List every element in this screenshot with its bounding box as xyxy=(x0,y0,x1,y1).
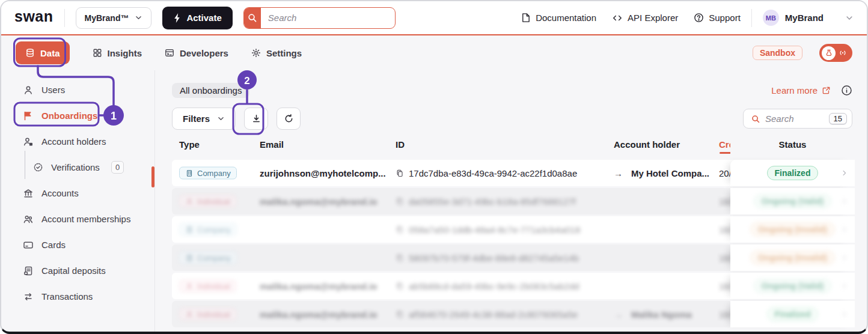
chevron-right-icon[interactable] xyxy=(840,225,849,234)
type-label: Individual xyxy=(197,310,230,319)
transfer-arrows-icon xyxy=(23,291,34,302)
id-value: 58097b70-579f-4dbe-88e8-d82745a5e14b xyxy=(409,253,579,263)
support-link[interactable]: Support xyxy=(694,13,741,23)
activate-button[interactable]: Activate xyxy=(162,7,232,29)
chevron-right-icon[interactable] xyxy=(840,197,849,205)
chevron-right-icon[interactable] xyxy=(840,254,849,262)
sidebar-account-holders-label: Account holders xyxy=(41,136,106,147)
sidebar-item-cards[interactable]: Cards xyxy=(1,232,154,258)
type-label: Company xyxy=(197,225,231,234)
pinned-cell-content: Ongoing (Valid) xyxy=(730,273,855,299)
email-cell: malika.ngoma@mybrand.io xyxy=(260,196,377,207)
section-nav: Data Insights Developers Settings Sandbo… xyxy=(1,35,867,70)
copy-icon[interactable] xyxy=(396,169,404,177)
table-row[interactable]: Company58097b70-579f-4dbe-88e8-d82745a5e… xyxy=(172,244,852,271)
copy-icon[interactable] xyxy=(396,310,404,318)
nav-item-data[interactable]: Data xyxy=(16,41,70,64)
live-signal-icon xyxy=(838,48,848,58)
chevron-down-icon xyxy=(217,115,225,123)
type-cell: Company xyxy=(179,252,237,264)
table-row[interactable]: Individualmalika.ngoma@mybrand.ioaf58467… xyxy=(172,301,852,327)
chevron-down-icon[interactable] xyxy=(845,14,854,22)
col-header-created-sorted[interactable]: Created xyxy=(719,139,730,150)
table-row[interactable]: Individualmalika.ngoma@mybrand.ioab5b88c… xyxy=(172,273,852,299)
account-menu[interactable]: MB MyBrand xyxy=(763,10,854,26)
app-window: swan MyBrand™ Activate xyxy=(0,0,868,334)
pinned-status-cell: Ongoing (Valid) xyxy=(730,273,855,299)
document-icon xyxy=(521,13,531,23)
col-header-account-holder[interactable]: Account holder xyxy=(614,139,680,150)
documentation-link[interactable]: Documentation xyxy=(521,13,596,23)
info-icon[interactable] xyxy=(841,85,852,96)
id-cell: 58097b70-579f-4dbe-88e8-d82745a5e14b xyxy=(396,253,579,263)
gear-icon xyxy=(251,48,261,58)
user-briefcase-icon xyxy=(23,136,34,147)
col-header-status[interactable]: Status xyxy=(730,139,855,150)
sidebar-item-onboardings[interactable]: Onboardings xyxy=(1,103,154,129)
account-holder-name: Malika Ngoma xyxy=(631,309,692,320)
company-icon xyxy=(185,254,194,262)
sidebar: Users Onboardings Account holders Verifi… xyxy=(1,70,155,334)
api-explorer-link[interactable]: API Explorer xyxy=(612,13,678,23)
nav-item-insights[interactable]: Insights xyxy=(85,41,150,64)
type-chip: Company xyxy=(179,223,237,236)
copy-icon[interactable] xyxy=(396,254,404,262)
environment-toggle[interactable] xyxy=(819,44,852,62)
nav-item-developers[interactable]: Developers xyxy=(157,41,236,64)
scope-chip-all-onboardings[interactable]: All onboardings xyxy=(172,83,249,98)
sidebar-item-transactions[interactable]: Transactions xyxy=(1,284,154,309)
nav-item-settings[interactable]: Settings xyxy=(244,41,309,64)
status-badge: Finalized xyxy=(767,307,819,321)
copy-icon[interactable] xyxy=(396,197,404,205)
pinned-cell-content: Finalized xyxy=(730,301,855,327)
learn-more-link[interactable]: Learn more xyxy=(771,85,831,96)
table-row[interactable]: Companyzurijohnson@myhotelcomp...17dc7db… xyxy=(172,160,852,186)
company-icon xyxy=(185,225,194,234)
seal-check-icon xyxy=(33,162,43,172)
export-download-button[interactable] xyxy=(244,108,268,130)
terminal-window-icon xyxy=(165,48,174,58)
copy-icon[interactable] xyxy=(396,282,404,290)
top-links: Documentation API Explorer Support xyxy=(521,13,741,23)
sidebar-item-account-memberships[interactable]: Account memberships xyxy=(1,206,154,232)
table-row[interactable]: Individualmalika.ngoma@mybrand.ioda05855… xyxy=(172,188,852,214)
table-row[interactable]: Company058a7a50-1ddb-48a4-8c7e-771a3cb4a… xyxy=(172,216,852,243)
sidebar-item-accounts[interactable]: Accounts xyxy=(1,180,154,206)
status-badge: Ongoing (Valid) xyxy=(754,194,831,208)
pinned-status-cell: Finalized xyxy=(730,160,855,186)
main-content: All onboardings Learn more Filters xyxy=(155,70,867,334)
sidebar-account-memberships-label: Account memberships xyxy=(41,214,130,224)
active-item-indicator xyxy=(151,166,154,187)
card-icon xyxy=(23,240,34,251)
id-cell: af584670-2649-4c38-88ad-2c8076065a5e xyxy=(396,309,578,320)
filters-button[interactable]: Filters xyxy=(172,108,236,130)
table-search-input[interactable] xyxy=(765,114,824,124)
col-header-type[interactable]: Type xyxy=(179,139,200,150)
nav-data-label: Data xyxy=(40,48,60,58)
pinned-status-cell: Finalized xyxy=(730,301,855,327)
sidebar-item-capital-deposits[interactable]: Capital deposits xyxy=(1,258,154,284)
col-header-email[interactable]: Email xyxy=(260,139,284,150)
table-search: 15 xyxy=(743,109,852,129)
type-chip: Company xyxy=(179,252,237,264)
workspace-selector[interactable]: MyBrand™ xyxy=(76,7,152,29)
help-icon xyxy=(694,13,704,23)
sidebar-transactions-label: Transactions xyxy=(41,291,93,302)
chevron-right-icon[interactable] xyxy=(840,310,849,318)
chevron-right-icon[interactable] xyxy=(840,282,849,290)
refresh-button[interactable] xyxy=(277,108,301,130)
col-header-id[interactable]: ID xyxy=(396,139,405,150)
grid-icon xyxy=(93,48,102,58)
chevron-right-icon[interactable] xyxy=(840,169,849,177)
type-chip: Company xyxy=(179,167,237,180)
id-value: af584670-2649-4c38-88ad-2c8076065a5e xyxy=(409,309,578,320)
sidebar-item-users[interactable]: Users xyxy=(1,77,154,103)
copy-icon[interactable] xyxy=(396,225,404,234)
type-cell: Company xyxy=(179,223,237,236)
type-chip: Individual xyxy=(179,195,236,208)
refresh-icon xyxy=(284,114,294,124)
global-search-input[interactable] xyxy=(261,8,395,28)
row-content: Individualmalika.ngoma@mybrand.ioab5b88c… xyxy=(172,273,730,299)
sidebar-item-verifications[interactable]: Verifications 0 xyxy=(1,154,154,180)
company-icon xyxy=(185,169,194,177)
